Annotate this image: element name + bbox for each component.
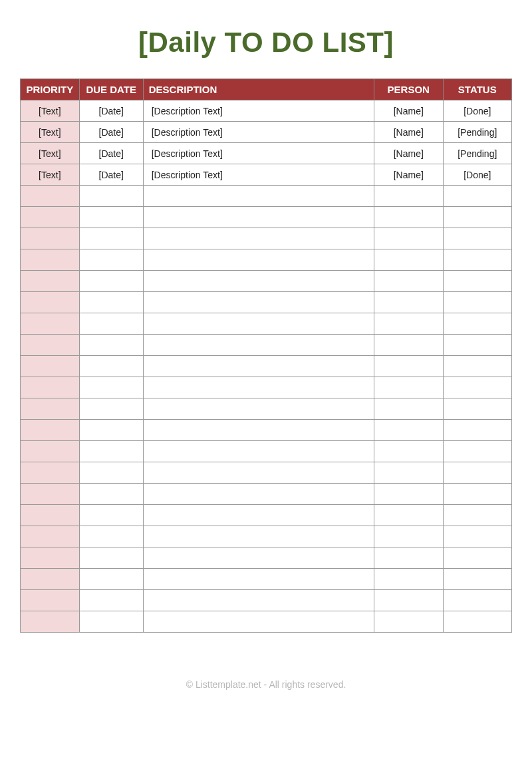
cell-priority	[21, 441, 80, 462]
cell-status	[443, 335, 511, 356]
cell-person	[374, 398, 443, 420]
cell-priority	[21, 292, 80, 313]
cell-person	[374, 356, 443, 377]
cell-status: [Pending]	[443, 122, 511, 143]
cell-description	[143, 420, 374, 441]
table-row-empty	[21, 611, 512, 633]
cell-description	[143, 484, 374, 505]
cell-status	[443, 611, 511, 633]
cell-description	[143, 547, 374, 569]
cell-duedate	[79, 292, 143, 313]
table-row-empty	[21, 271, 512, 292]
footer-text: © Listtemplate.net - All rights reserved…	[20, 679, 512, 690]
table-row-empty	[21, 207, 512, 228]
cell-status	[443, 590, 511, 611]
table-row: [Text][Date][Description Text][Name][Don…	[21, 100, 512, 122]
cell-status	[443, 186, 511, 207]
table-row-empty	[21, 249, 512, 271]
cell-priority	[21, 207, 80, 228]
cell-priority	[21, 547, 80, 569]
cell-description	[143, 377, 374, 398]
cell-person	[374, 249, 443, 271]
cell-duedate	[79, 590, 143, 611]
cell-status	[443, 420, 511, 441]
table-row-empty	[21, 356, 512, 377]
table-row-empty	[21, 335, 512, 356]
cell-duedate: [Date]	[79, 100, 143, 122]
cell-duedate	[79, 271, 143, 292]
cell-status	[443, 271, 511, 292]
cell-priority: [Text]	[21, 143, 80, 164]
col-header-duedate: DUE DATE	[79, 79, 143, 100]
col-header-status: STATUS	[443, 79, 511, 100]
cell-status	[443, 313, 511, 335]
table-row-empty	[21, 186, 512, 207]
cell-person	[374, 611, 443, 633]
cell-person	[374, 271, 443, 292]
table-row-empty	[21, 590, 512, 611]
cell-duedate	[79, 526, 143, 547]
cell-description	[143, 292, 374, 313]
cell-priority	[21, 611, 80, 633]
cell-status	[443, 292, 511, 313]
cell-person	[374, 292, 443, 313]
cell-person	[374, 590, 443, 611]
cell-priority	[21, 186, 80, 207]
cell-person: [Name]	[374, 143, 443, 164]
cell-person	[374, 462, 443, 484]
cell-duedate	[79, 547, 143, 569]
cell-priority	[21, 228, 80, 249]
cell-person	[374, 484, 443, 505]
cell-priority	[21, 313, 80, 335]
cell-description	[143, 207, 374, 228]
cell-person	[374, 547, 443, 569]
cell-priority	[21, 462, 80, 484]
cell-duedate	[79, 186, 143, 207]
cell-person	[374, 207, 443, 228]
table-row-empty	[21, 526, 512, 547]
cell-priority	[21, 420, 80, 441]
col-header-priority: PRIORITY	[21, 79, 80, 100]
cell-duedate	[79, 228, 143, 249]
cell-priority	[21, 526, 80, 547]
cell-status	[443, 547, 511, 569]
cell-description	[143, 505, 374, 526]
table-row-empty	[21, 292, 512, 313]
cell-person: [Name]	[374, 164, 443, 186]
cell-duedate	[79, 420, 143, 441]
cell-person	[374, 335, 443, 356]
cell-priority	[21, 590, 80, 611]
cell-priority	[21, 271, 80, 292]
cell-status: [Done]	[443, 164, 511, 186]
todo-table: PRIORITY DUE DATE DESCRIPTION PERSON STA…	[20, 78, 512, 633]
cell-status	[443, 484, 511, 505]
cell-status: [Done]	[443, 100, 511, 122]
cell-person	[374, 526, 443, 547]
cell-description: [Description Text]	[143, 122, 374, 143]
cell-priority	[21, 398, 80, 420]
cell-duedate	[79, 505, 143, 526]
table-row: [Text][Date][Description Text][Name][Pen…	[21, 143, 512, 164]
table-row-empty	[21, 398, 512, 420]
cell-description	[143, 356, 374, 377]
table-row-empty	[21, 484, 512, 505]
cell-status	[443, 377, 511, 398]
cell-person	[374, 420, 443, 441]
table-row-empty	[21, 441, 512, 462]
cell-description	[143, 398, 374, 420]
cell-duedate: [Date]	[79, 164, 143, 186]
table-body: [Text][Date][Description Text][Name][Don…	[21, 100, 512, 633]
page-title: [Daily TO DO LIST]	[20, 27, 512, 59]
cell-status: [Pending]	[443, 143, 511, 164]
cell-person	[374, 377, 443, 398]
cell-priority	[21, 377, 80, 398]
table-row-empty	[21, 377, 512, 398]
cell-priority	[21, 484, 80, 505]
col-header-description: DESCRIPTION	[143, 79, 374, 100]
cell-description: [Description Text]	[143, 143, 374, 164]
cell-status	[443, 569, 511, 590]
cell-priority	[21, 569, 80, 590]
cell-person	[374, 313, 443, 335]
cell-status	[443, 462, 511, 484]
cell-description	[143, 228, 374, 249]
